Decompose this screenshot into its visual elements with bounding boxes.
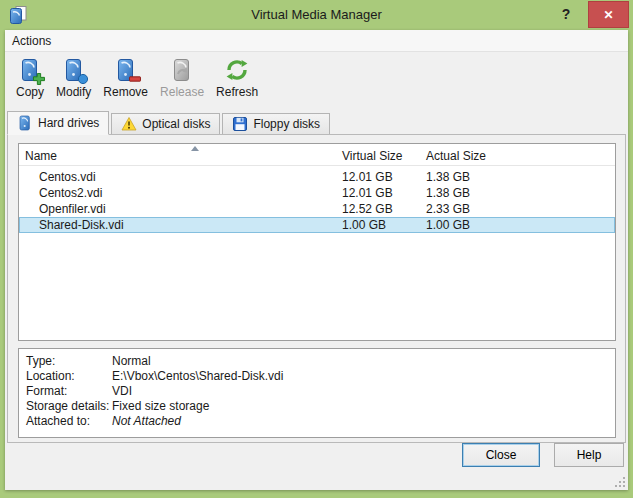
tab-optical-disks[interactable]: Optical disks [111, 113, 220, 134]
cell-virtual-size: 12.01 GB [342, 185, 393, 201]
menubar: Actions [5, 30, 628, 52]
cell-name: Centos.vdi [39, 169, 96, 185]
disk-modify-icon [61, 57, 87, 84]
modify-label: Modify [56, 85, 91, 99]
refresh-button[interactable]: Refresh [210, 55, 264, 101]
copy-button[interactable]: Copy [10, 55, 50, 101]
table-row-openfiler[interactable]: Openfiler.vdi 12.52 GB 2.33 GB [19, 201, 615, 217]
detail-label-type: Type: [26, 354, 112, 369]
remove-button[interactable]: Remove [97, 55, 154, 101]
cell-actual-size: 1.38 GB [426, 185, 470, 201]
detail-label-storage-details: Storage details: [26, 399, 112, 414]
media-type-tabs: Hard drives Optical disks [7, 110, 332, 134]
window-title: Virtual Media Manager [0, 0, 633, 30]
column-header-name[interactable]: Name [25, 144, 57, 166]
close-dialog-button[interactable]: Close [462, 443, 540, 467]
sort-ascending-icon [191, 146, 199, 151]
table-row-centos2[interactable]: Centos2.vdi 12.01 GB 1.38 GB [19, 185, 615, 201]
virtual-media-manager-window: Virtual Media Manager ? ✕ Actions [0, 0, 633, 498]
close-icon: ✕ [603, 9, 613, 21]
close-window-button[interactable]: ✕ [588, 1, 629, 28]
table-row-shared-disk[interactable]: Shared-Disk.vdi 1.00 GB 1.00 GB [19, 217, 615, 233]
detail-value-location: E:\Vbox\Centos\Shared-Disk.vdi [112, 369, 283, 384]
detail-value-storage-details: Fixed size storage [112, 399, 209, 414]
cell-virtual-size: 12.01 GB [342, 169, 393, 185]
toolbar: Copy Modify [10, 55, 264, 109]
detail-label-format: Format: [26, 384, 112, 399]
modify-button[interactable]: Modify [50, 55, 97, 101]
detail-value-attached-to: Not Attached [112, 414, 181, 429]
release-button[interactable]: Release [154, 55, 210, 101]
detail-label-attached-to: Attached to: [26, 414, 112, 429]
floppy-icon [232, 116, 248, 132]
resize-grip[interactable] [612, 474, 626, 488]
hard-disk-icon [17, 115, 33, 131]
hard-drives-tab-pane: Name Virtual Size Actual Size Centos.vdi… [7, 134, 626, 443]
disk-add-icon [17, 57, 43, 84]
copy-label: Copy [16, 85, 44, 99]
menu-actions[interactable]: Actions [5, 30, 58, 52]
cell-virtual-size: 1.00 GB [342, 217, 386, 233]
table-row-centos[interactable]: Centos.vdi 12.01 GB 1.38 GB [19, 169, 615, 185]
cell-actual-size: 1.00 GB [426, 217, 470, 233]
tab-hard-drives-label: Hard drives [38, 116, 99, 130]
cell-actual-size: 1.38 GB [426, 169, 470, 185]
detail-value-format: VDI [112, 384, 132, 399]
disk-remove-icon [113, 57, 139, 84]
table-header: Name Virtual Size Actual Size [19, 144, 615, 166]
column-header-virtual-size[interactable]: Virtual Size [342, 144, 402, 166]
detail-label-location: Location: [26, 369, 112, 384]
refresh-label: Refresh [216, 85, 258, 99]
warning-icon [121, 116, 137, 132]
cell-name: Openfiler.vdi [39, 201, 106, 217]
cell-actual-size: 2.33 GB [426, 201, 470, 217]
release-label: Release [160, 85, 204, 99]
help-dialog-button[interactable]: Help [554, 443, 624, 467]
tab-floppy-disks[interactable]: Floppy disks [222, 113, 330, 134]
detail-value-type: Normal [112, 354, 151, 369]
cell-name: Centos2.vdi [39, 185, 102, 201]
help-title-button[interactable]: ? [551, 0, 581, 28]
cell-virtual-size: 12.52 GB [342, 201, 393, 217]
tab-optical-disks-label: Optical disks [142, 117, 210, 131]
dialog-client-area: Actions Copy [5, 30, 628, 490]
cell-name: Shared-Disk.vdi [39, 217, 124, 233]
disk-release-icon [169, 57, 195, 84]
remove-label: Remove [103, 85, 148, 99]
column-header-actual-size[interactable]: Actual Size [426, 144, 486, 166]
details-panel: Type: Normal Location: E:\Vbox\Centos\Sh… [18, 348, 616, 438]
tab-hard-drives[interactable]: Hard drives [7, 111, 109, 135]
titlebar[interactable]: Virtual Media Manager ? ✕ [0, 0, 633, 30]
table-body: Centos.vdi 12.01 GB 1.38 GB Centos2.vdi … [19, 169, 615, 233]
tab-floppy-disks-label: Floppy disks [253, 117, 320, 131]
refresh-icon [224, 57, 250, 84]
media-list: Name Virtual Size Actual Size Centos.vdi… [18, 143, 616, 341]
